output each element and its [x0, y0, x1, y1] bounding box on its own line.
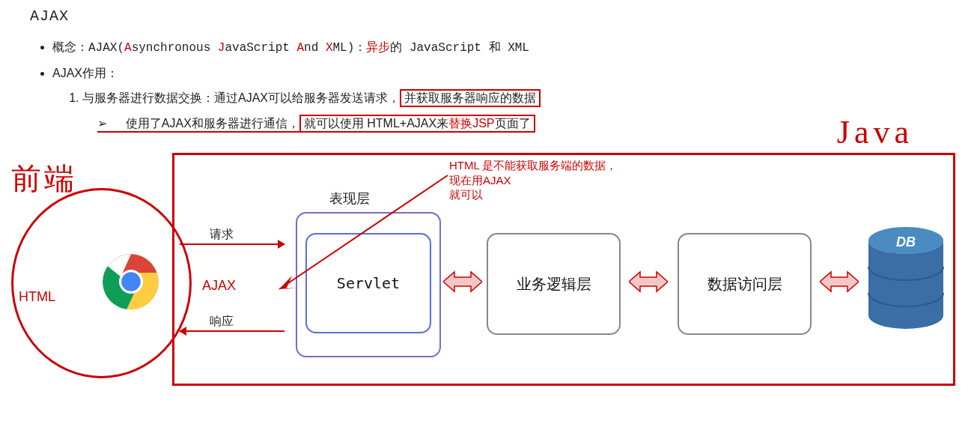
business-layer-box: 业务逻辑层	[487, 233, 621, 335]
concept-sync: synchronous	[132, 41, 218, 55]
sub-boxed-tail: 页面了	[495, 117, 531, 130]
bidi-arrow-1	[443, 270, 482, 293]
bidi-arrow-3	[820, 270, 859, 293]
page-title: AJAX	[30, 7, 950, 25]
sub-arrow-icon: ➢	[97, 116, 112, 130]
note-line-2: 现在用AJAX	[449, 174, 511, 187]
db-label: DB	[896, 234, 916, 249]
dao-layer-box: 数据访问层	[678, 233, 812, 335]
usage-ol: 与服务器进行数据交换：通过AJAX可以给服务器发送请求，并获取服务器响应的数据 …	[52, 89, 950, 133]
usage-line: AJAX作用： 与服务器进行数据交换：通过AJAX可以给服务器发送请求，并获取服…	[52, 66, 950, 133]
response-arrow: 响应	[180, 330, 284, 332]
concept-ml: ML)：	[333, 41, 367, 55]
database-icon: DB	[865, 225, 947, 338]
handwriting-java: Java	[837, 113, 913, 151]
note-line-1: HTML 是不能获取服务端的数据，	[449, 159, 617, 172]
concept-prefix: 概念：AJAX(	[52, 41, 124, 55]
sub-boxed: 就可以使用 HTML+AJAX来替换JSP页面了	[299, 115, 535, 133]
ajax-label: AJAX	[202, 278, 236, 294]
sub-pre: 使用了AJAX和服务器进行通信，	[126, 117, 299, 130]
concept-nd: nd	[304, 41, 326, 55]
sub-boxed-pre: 就可以使用 HTML+AJAX来	[304, 117, 448, 130]
request-arrow: 请求	[180, 243, 284, 245]
concept-js: avaScript	[225, 41, 296, 55]
html-label: HTML	[19, 289, 55, 305]
bidi-arrow-2	[629, 270, 668, 293]
dao-layer-label: 数据访问层	[707, 274, 782, 294]
svg-marker-5	[629, 272, 668, 291]
chrome-icon	[101, 252, 161, 312]
concept-And-A: A	[296, 41, 304, 55]
usage1-pre: 与服务器进行数据交换：通过AJAX可以给服务器发送请求，	[82, 91, 400, 104]
business-layer-label: 业务逻辑层	[517, 274, 591, 294]
svg-marker-4	[443, 272, 482, 291]
note-text: HTML 是不能获取服务端的数据， 现在用AJAX 就可以	[449, 158, 617, 202]
servlet-box: Servlet	[305, 233, 431, 333]
request-label: 请求	[210, 227, 234, 243]
handwriting-frontend: 前端	[11, 158, 77, 199]
diagram-area: 前端 Java HTML 请求 AJAX 响应 表现层 Servlet 业务逻辑…	[30, 143, 958, 398]
presentation-layer-label: 表现层	[329, 190, 370, 208]
usage-item-1: 与服务器进行数据交换：通过AJAX可以给服务器发送请求，并获取服务器响应的数据 …	[82, 89, 950, 133]
bullet-list: 概念：AJAX(Asynchronous JavaScript And XML)…	[30, 40, 950, 133]
usage1-boxed: 并获取服务器响应的数据	[400, 89, 541, 107]
concept-J: J	[218, 41, 225, 55]
usage-label: AJAX作用：	[52, 67, 118, 79]
usage-sub: ➢ 使用了AJAX和服务器进行通信，就可以使用 HTML+AJAX来替换JSP页…	[97, 115, 950, 133]
note-line-3: 就可以	[449, 188, 483, 201]
servlet-label: Servlet	[337, 274, 400, 292]
concept-async: 异步	[366, 41, 390, 55]
concept-line: 概念：AJAX(Asynchronous JavaScript And XML)…	[52, 40, 950, 55]
svg-marker-6	[820, 272, 859, 291]
response-label: 响应	[210, 314, 234, 330]
sub-boxed-red: 替换JSP	[448, 117, 494, 130]
concept-A: A	[124, 41, 132, 55]
concept-tail: 的 JavaScript 和 XML	[390, 41, 529, 55]
concept-X: X	[326, 41, 333, 55]
